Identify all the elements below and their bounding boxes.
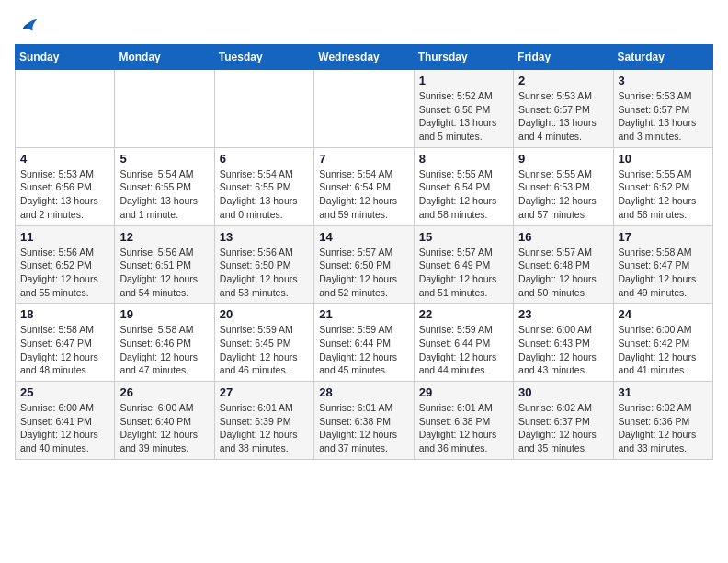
day-info: Sunrise: 5:57 AM Sunset: 6:48 PM Dayligh… [518,246,608,300]
calendar-cell: 24Sunrise: 6:00 AM Sunset: 6:42 PM Dayli… [613,304,712,382]
day-info: Sunrise: 5:56 AM Sunset: 6:51 PM Dayligh… [119,246,209,300]
calendar-cell: 15Sunrise: 5:57 AM Sunset: 6:49 PM Dayli… [414,225,513,304]
calendar-cell: 21Sunrise: 5:59 AM Sunset: 6:44 PM Dayli… [314,304,414,382]
calendar-cell: 13Sunrise: 5:56 AM Sunset: 6:50 PM Dayli… [214,225,313,304]
day-info: Sunrise: 6:00 AM Sunset: 6:40 PM Dayligh… [119,401,209,455]
day-info: Sunrise: 5:57 AM Sunset: 6:49 PM Dayligh… [419,246,508,300]
day-number: 27 [220,385,309,399]
weekday-header: Wednesday [314,45,414,70]
day-info: Sunrise: 5:59 AM Sunset: 6:45 PM Dayligh… [220,323,309,377]
day-info: Sunrise: 5:55 AM Sunset: 6:54 PM Dayligh… [419,167,508,222]
calendar-cell: 20Sunrise: 5:59 AM Sunset: 6:45 PM Dayli… [214,304,313,382]
calendar-table: SundayMondayTuesdayWednesdayThursdayFrid… [15,44,713,460]
day-info: Sunrise: 6:02 AM Sunset: 6:36 PM Dayligh… [619,401,708,455]
day-number: 5 [119,152,209,166]
day-number: 31 [619,385,708,399]
day-info: Sunrise: 6:00 AM Sunset: 6:42 PM Dayligh… [619,323,708,377]
day-info: Sunrise: 5:58 AM Sunset: 6:46 PM Dayligh… [119,323,209,377]
calendar-cell: 26Sunrise: 6:00 AM Sunset: 6:40 PM Dayli… [115,382,214,460]
day-info: Sunrise: 6:00 AM Sunset: 6:43 PM Dayligh… [518,323,608,377]
calendar-week-row: 25Sunrise: 6:00 AM Sunset: 6:41 PM Dayli… [16,382,713,460]
day-number: 23 [518,307,608,321]
day-info: Sunrise: 5:53 AM Sunset: 6:57 PM Dayligh… [518,89,608,144]
day-number: 25 [20,385,109,399]
calendar-cell: 19Sunrise: 5:58 AM Sunset: 6:46 PM Dayli… [115,304,214,382]
day-info: Sunrise: 6:01 AM Sunset: 6:39 PM Dayligh… [220,401,309,455]
day-number: 28 [319,385,408,399]
day-number: 4 [20,152,109,166]
day-info: Sunrise: 5:56 AM Sunset: 6:50 PM Dayligh… [220,246,309,300]
calendar-cell: 8Sunrise: 5:55 AM Sunset: 6:54 PM Daylig… [414,147,513,225]
logo [15,15,39,37]
weekday-header: Monday [115,45,214,70]
weekday-header: Friday [514,45,613,70]
calendar-cell [115,70,214,148]
day-info: Sunrise: 5:59 AM Sunset: 6:44 PM Dayligh… [419,323,508,377]
day-number: 13 [220,230,309,244]
calendar-cell: 18Sunrise: 5:58 AM Sunset: 6:47 PM Dayli… [16,304,115,382]
day-number: 18 [20,307,109,321]
calendar-cell: 2Sunrise: 5:53 AM Sunset: 6:57 PM Daylig… [514,70,613,148]
day-number: 21 [319,307,408,321]
day-number: 22 [419,307,508,321]
day-number: 9 [518,152,608,166]
day-number: 24 [619,307,708,321]
calendar-cell: 23Sunrise: 6:00 AM Sunset: 6:43 PM Dayli… [514,304,613,382]
day-number: 16 [518,230,608,244]
day-info: Sunrise: 5:58 AM Sunset: 6:47 PM Dayligh… [20,323,109,377]
calendar-cell: 7Sunrise: 5:54 AM Sunset: 6:54 PM Daylig… [314,147,414,225]
day-number: 30 [518,385,608,399]
calendar-cell: 16Sunrise: 5:57 AM Sunset: 6:48 PM Dayli… [514,225,613,304]
day-info: Sunrise: 6:01 AM Sunset: 6:38 PM Dayligh… [419,401,508,455]
calendar-cell: 6Sunrise: 5:54 AM Sunset: 6:55 PM Daylig… [214,147,313,225]
calendar-cell: 5Sunrise: 5:54 AM Sunset: 6:55 PM Daylig… [115,147,214,225]
day-number: 20 [220,307,309,321]
calendar-cell [16,70,115,148]
calendar-cell: 10Sunrise: 5:55 AM Sunset: 6:52 PM Dayli… [613,147,712,225]
calendar-week-row: 11Sunrise: 5:56 AM Sunset: 6:52 PM Dayli… [16,225,713,304]
calendar-cell: 12Sunrise: 5:56 AM Sunset: 6:51 PM Dayli… [115,225,214,304]
day-number: 19 [119,307,209,321]
calendar-cell: 22Sunrise: 5:59 AM Sunset: 6:44 PM Dayli… [414,304,513,382]
day-info: Sunrise: 5:59 AM Sunset: 6:44 PM Dayligh… [319,323,408,377]
calendar-cell [214,70,313,148]
calendar-cell: 4Sunrise: 5:53 AM Sunset: 6:56 PM Daylig… [16,147,115,225]
day-number: 11 [20,230,109,244]
day-number: 1 [419,74,508,87]
logo-bird-icon [17,15,39,37]
day-number: 29 [419,385,508,399]
day-info: Sunrise: 5:57 AM Sunset: 6:50 PM Dayligh… [319,246,408,300]
day-info: Sunrise: 5:54 AM Sunset: 6:55 PM Dayligh… [220,167,309,222]
calendar-header-row: SundayMondayTuesdayWednesdayThursdayFrid… [16,45,713,70]
weekday-header: Tuesday [214,45,313,70]
day-number: 15 [419,230,508,244]
day-info: Sunrise: 6:00 AM Sunset: 6:41 PM Dayligh… [20,401,109,455]
day-info: Sunrise: 5:58 AM Sunset: 6:47 PM Dayligh… [619,246,708,300]
weekday-header: Sunday [16,45,115,70]
day-info: Sunrise: 5:53 AM Sunset: 6:56 PM Dayligh… [20,167,109,222]
calendar-cell: 31Sunrise: 6:02 AM Sunset: 6:36 PM Dayli… [613,382,712,460]
day-number: 12 [119,230,209,244]
calendar-cell: 29Sunrise: 6:01 AM Sunset: 6:38 PM Dayli… [414,382,513,460]
day-info: Sunrise: 5:54 AM Sunset: 6:54 PM Dayligh… [319,167,408,222]
day-number: 2 [518,74,608,87]
day-number: 7 [319,152,408,166]
calendar-week-row: 18Sunrise: 5:58 AM Sunset: 6:47 PM Dayli… [16,304,713,382]
calendar-cell [314,70,414,148]
calendar-cell: 30Sunrise: 6:02 AM Sunset: 6:37 PM Dayli… [514,382,613,460]
calendar-cell: 3Sunrise: 5:53 AM Sunset: 6:57 PM Daylig… [613,70,712,148]
weekday-header: Saturday [613,45,712,70]
calendar-cell: 17Sunrise: 5:58 AM Sunset: 6:47 PM Dayli… [613,225,712,304]
calendar-cell: 9Sunrise: 5:55 AM Sunset: 6:53 PM Daylig… [514,147,613,225]
day-info: Sunrise: 6:01 AM Sunset: 6:38 PM Dayligh… [319,401,408,455]
day-number: 10 [619,152,708,166]
day-info: Sunrise: 6:02 AM Sunset: 6:37 PM Dayligh… [518,401,608,455]
weekday-header: Thursday [414,45,513,70]
calendar-cell: 11Sunrise: 5:56 AM Sunset: 6:52 PM Dayli… [16,225,115,304]
day-info: Sunrise: 5:55 AM Sunset: 6:52 PM Dayligh… [619,167,708,222]
calendar-cell: 1Sunrise: 5:52 AM Sunset: 6:58 PM Daylig… [414,70,513,148]
calendar-cell: 14Sunrise: 5:57 AM Sunset: 6:50 PM Dayli… [314,225,414,304]
day-info: Sunrise: 5:56 AM Sunset: 6:52 PM Dayligh… [20,246,109,300]
day-number: 26 [119,385,209,399]
calendar-cell: 25Sunrise: 6:00 AM Sunset: 6:41 PM Dayli… [16,382,115,460]
